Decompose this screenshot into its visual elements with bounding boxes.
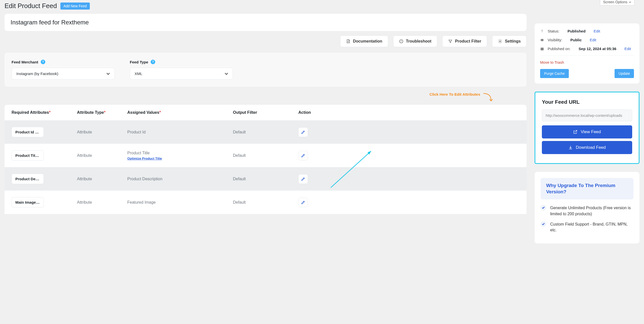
publish-status-row: Status: Published Edit xyxy=(540,29,634,33)
product-filter-button[interactable]: Product Filter xyxy=(442,35,487,47)
output-filter-value: Default xyxy=(233,130,298,134)
update-button[interactable]: Update xyxy=(615,69,634,78)
pencil-icon xyxy=(301,200,305,205)
document-icon xyxy=(346,39,350,44)
page-title: Edit Product Feed xyxy=(5,2,57,10)
help-icon[interactable]: ? xyxy=(41,60,45,64)
svg-point-2 xyxy=(542,40,543,41)
col-output-filter: Output Filter xyxy=(233,110,298,115)
filter-icon xyxy=(448,39,453,44)
troubleshoot-button[interactable]: Troubleshoot xyxy=(393,35,437,47)
output-filter-value: Default xyxy=(233,177,298,181)
attributes-table: Required Attributes* Attribute Type* Ass… xyxy=(5,105,527,214)
view-feed-button[interactable]: View Feed xyxy=(542,125,632,138)
chevron-down-icon xyxy=(225,72,228,76)
feed-merchant-label: Feed Merchant ? xyxy=(12,60,115,64)
pencil-icon xyxy=(301,130,305,134)
table-row: Product Title … Attribute Product TitleO… xyxy=(5,144,527,167)
edit-visibility-link[interactable]: Edit xyxy=(590,38,596,42)
toolbar: Documentation Troubleshoot Product Filte… xyxy=(5,35,527,47)
attribute-type-value: Attribute xyxy=(77,177,127,181)
merchant-card: Feed Merchant ? Instagram (by Facebook) … xyxy=(5,53,527,87)
attribute-name-chip[interactable]: Product Id [id] xyxy=(12,127,44,137)
attribute-name-chip[interactable]: Product Desc… xyxy=(12,174,44,184)
output-filter-value: Default xyxy=(233,200,298,205)
settings-button[interactable]: Settings xyxy=(492,35,527,47)
svg-rect-3 xyxy=(541,48,544,50)
attribute-name-chip[interactable]: Main Image [… xyxy=(12,197,44,207)
pencil-icon xyxy=(301,177,305,181)
publish-box: Status: Published Edit Visibility: Publi… xyxy=(535,23,639,84)
edit-date-link[interactable]: Edit xyxy=(624,47,631,51)
external-link-icon xyxy=(573,130,578,134)
view-feed-label: View Feed xyxy=(581,129,601,134)
table-row: Main Image [… Attribute Featured Image D… xyxy=(5,191,527,214)
edit-row-button[interactable] xyxy=(298,127,308,137)
upgrade-item: Generate Unlimited Products (Free versio… xyxy=(541,205,633,217)
table-row: Product Id [id] Attribute Product Id Def… xyxy=(5,120,527,144)
help-icon[interactable]: ? xyxy=(151,60,155,64)
publish-visibility-row: Visibility: Public Edit xyxy=(540,38,634,42)
optimize-title-link[interactable]: Optimize Product Title xyxy=(127,157,233,160)
upgrade-box: Why Upgrade To The Premium Version? Gene… xyxy=(535,172,639,243)
feed-merchant-value: Instagram (by Facebook) xyxy=(16,71,58,76)
feed-type-select[interactable]: XML xyxy=(130,68,233,80)
add-new-feed-button[interactable]: Add New Feed xyxy=(60,3,90,10)
edit-row-button[interactable] xyxy=(298,174,308,184)
edit-status-link[interactable]: Edit xyxy=(594,29,600,33)
pin-icon xyxy=(540,29,544,33)
eye-icon xyxy=(540,38,544,42)
curved-arrow-icon xyxy=(482,92,493,103)
feed-url-box: Your Feed URL http://woocommerce.local/w… xyxy=(535,92,639,164)
troubleshoot-label: Troubleshoot xyxy=(406,39,431,44)
feed-url-title: Your Feed URL xyxy=(542,99,632,105)
download-icon xyxy=(568,145,573,150)
chevron-down-icon xyxy=(106,72,110,76)
edit-row-button[interactable] xyxy=(298,151,308,160)
screen-options-label: Screen Options xyxy=(603,0,628,4)
table-row: Product Desc… Attribute Product Descript… xyxy=(5,167,527,191)
gear-icon xyxy=(498,39,502,44)
publish-date-row: Published on: Sep 12, 2024 at 05:36 Edit xyxy=(540,47,634,56)
edit-row-button[interactable] xyxy=(298,198,308,207)
check-icon xyxy=(541,205,546,210)
attribute-name-chip[interactable]: Product Title … xyxy=(12,150,44,161)
attribute-type-value: Attribute xyxy=(77,130,127,134)
documentation-button[interactable]: Documentation xyxy=(340,35,388,47)
assigned-value: Product Description xyxy=(127,177,233,181)
calendar-icon xyxy=(540,47,544,51)
alert-icon xyxy=(399,39,404,44)
assigned-value: Product TitleOptimize Product Title xyxy=(127,151,233,160)
output-filter-value: Default xyxy=(233,153,298,158)
upgrade-item: Custom Field Support - Brand, GTIN, MPN,… xyxy=(541,221,633,233)
product-filter-label: Product Filter xyxy=(455,39,481,44)
pencil-icon xyxy=(301,153,305,158)
assigned-value: Featured Image xyxy=(127,200,233,205)
screen-options-button[interactable]: Screen Options xyxy=(600,0,635,6)
col-required-attributes: Required Attributes* xyxy=(12,110,77,115)
attribute-type-value: Attribute xyxy=(77,200,127,205)
col-assigned-values: Assigned Values* xyxy=(127,110,233,115)
feed-merchant-select[interactable]: Instagram (by Facebook) xyxy=(12,68,115,80)
move-to-trash-link[interactable]: Move to Trash xyxy=(540,60,634,64)
purge-cache-button[interactable]: Purge Cache xyxy=(540,69,569,78)
col-attribute-type: Attribute Type* xyxy=(77,110,127,115)
feed-type-value: XML xyxy=(135,71,142,76)
edit-attributes-hint: Click Here To Edit Attributes xyxy=(5,92,527,103)
download-feed-label: Download Feed xyxy=(576,145,606,150)
check-icon xyxy=(541,221,546,227)
feed-title-input[interactable]: Instagram feed for Rextheme xyxy=(5,14,527,31)
chevron-down-icon xyxy=(629,1,631,3)
settings-label: Settings xyxy=(505,39,521,44)
svg-point-1 xyxy=(500,41,501,42)
feed-type-label: Feed Type ? xyxy=(130,60,233,64)
documentation-label: Documentation xyxy=(353,39,382,44)
download-feed-button[interactable]: Download Feed xyxy=(542,141,632,154)
col-action: Action xyxy=(298,110,519,115)
feed-url-input[interactable]: http://woocommerce.local/wp-content/uplo… xyxy=(542,110,632,121)
upgrade-title: Why Upgrade To The Premium Version? xyxy=(541,178,633,199)
assigned-value: Product Id xyxy=(127,130,233,134)
attribute-type-value: Attribute xyxy=(77,153,127,158)
